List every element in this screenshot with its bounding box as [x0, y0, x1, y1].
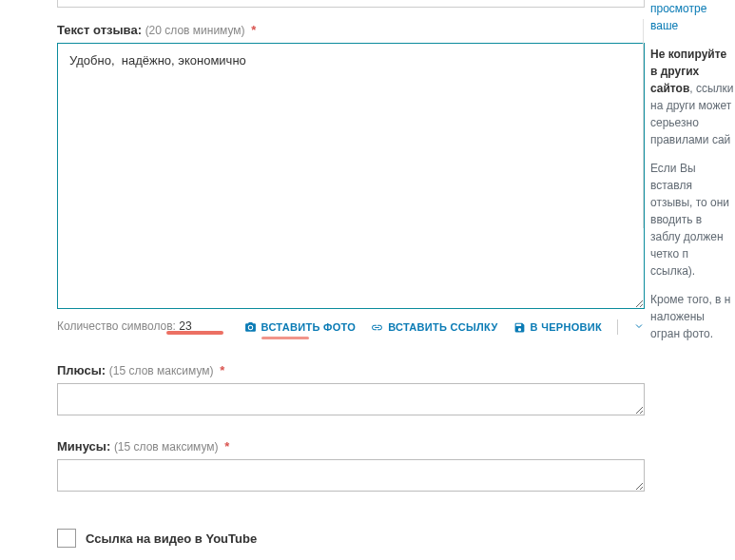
insert-link-label: ВСТАВИТЬ ССЫЛКУ: [388, 321, 497, 333]
review-label-text: Текст отзыва:: [57, 23, 142, 37]
sidebar-para-3: Кроме того, в н наложены огран фото.: [650, 291, 735, 342]
link-icon: [371, 321, 383, 334]
save-icon: [513, 321, 526, 334]
chevron-down-icon: [633, 320, 645, 332]
char-count-label: Количество символов:: [57, 319, 176, 333]
review-toolbar: Количество символов: 23 ВСТАВИТЬ ФОТО ВС…: [57, 319, 645, 335]
required-asterisk: *: [251, 23, 256, 37]
insert-photo-label: ВСТАВИТЬ ФОТО: [261, 321, 357, 333]
required-asterisk: *: [220, 363, 224, 377]
toolbar-divider: [617, 319, 618, 335]
sidebar-para-1: Не копируйте в других сайтов, ссылки на …: [650, 46, 735, 148]
minuses-label: Минусы:: [57, 439, 110, 454]
annotation-underline-1: [166, 331, 223, 335]
review-text-label: Текст отзыва: (20 слов минимум) *: [57, 23, 645, 37]
minuses-hint: (15 слов максимум): [114, 440, 219, 454]
review-text-section: Текст отзыва: (20 слов минимум) * Количе…: [57, 23, 645, 335]
sidebar-para-2: Если Вы вставля отзывы, то они вводить в…: [650, 160, 735, 280]
previous-field-bottom: [57, 0, 645, 8]
pluses-label: Плюсы:: [57, 363, 106, 377]
review-hint: (20 слов минимум): [145, 24, 245, 37]
more-actions-dropdown[interactable]: [633, 320, 645, 335]
save-draft-label: В ЧЕРНОВИК: [531, 321, 602, 333]
save-draft-button[interactable]: В ЧЕРНОВИК: [513, 321, 602, 334]
camera-icon: [244, 321, 257, 334]
minuses-section: Минусы: (15 слов максимум) *: [57, 439, 645, 494]
char-count-wrap: Количество символов: 23: [57, 319, 223, 335]
review-text-input[interactable]: [57, 43, 645, 309]
insert-photo-button[interactable]: ВСТАВИТЬ ФОТО: [244, 321, 357, 334]
youtube-label: Ссылка на видео в YouTube: [86, 531, 257, 546]
minuses-input[interactable]: [57, 459, 645, 492]
required-asterisk: *: [224, 439, 229, 454]
pluses-label-row: Плюсы: (15 слов максимум) *: [57, 363, 645, 377]
youtube-checkbox[interactable]: [57, 529, 76, 548]
sidebar-divider: [643, 19, 644, 228]
insert-link-button[interactable]: ВСТАВИТЬ ССЫЛКУ: [371, 321, 497, 334]
sidebar-line-0: просмотре ваше: [650, 0, 735, 34]
minuses-label-row: Минусы: (15 слов максимум) *: [57, 439, 645, 454]
youtube-link-row: Ссылка на видео в YouTube: [57, 529, 257, 548]
pluses-input[interactable]: [57, 383, 645, 415]
toolbar-actions: ВСТАВИТЬ ФОТО ВСТАВИТЬ ССЫЛКУ В ЧЕРНОВИК: [244, 319, 645, 335]
sidebar-tips: просмотре ваше Не копируйте в других сай…: [650, 0, 735, 354]
pluses-hint: (15 слов максимум): [109, 364, 214, 377]
pluses-section: Плюсы: (15 слов максимум) *: [57, 363, 645, 418]
